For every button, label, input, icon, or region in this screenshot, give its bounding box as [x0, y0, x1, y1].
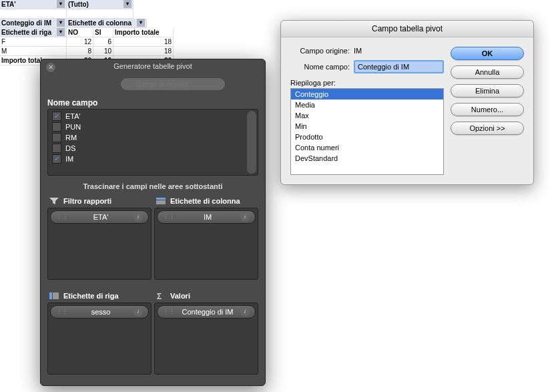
name-label: Nome campo: — [290, 63, 354, 71]
drag-handle-icon[interactable]: ⋮⋮ — [56, 309, 68, 315]
summarize-option[interactable]: Conteggio — [291, 89, 443, 100]
checkbox[interactable]: ✓ — [52, 112, 61, 121]
search-input[interactable] — [121, 78, 225, 90]
data-cell[interactable]: 8 — [67, 47, 93, 56]
source-label: Campo origine: — [290, 47, 354, 55]
info-icon[interactable]: i — [133, 212, 143, 222]
svg-rect-0 — [156, 198, 166, 200]
sigma-icon: Σ — [156, 292, 166, 300]
col-header[interactable]: SI — [93, 28, 113, 37]
dropdown-icon[interactable]: ▾ — [57, 0, 65, 8]
info-icon[interactable]: i — [240, 212, 250, 222]
checkbox[interactable] — [52, 122, 61, 132]
field-item[interactable]: ✓IM — [49, 154, 256, 164]
summarize-label: Riepiloga per: — [290, 79, 340, 87]
filter-drop-zone[interactable]: ⋮⋮ETA'i — [47, 208, 152, 280]
values-drop-zone[interactable]: ⋮⋮Conteggio di IMi — [154, 303, 258, 375]
checkbox[interactable]: ✓ — [52, 154, 61, 164]
close-icon[interactable]: ✕ — [46, 63, 55, 72]
options-button[interactable]: Opzioni >> — [451, 122, 524, 135]
search-container — [121, 78, 225, 90]
summarize-option[interactable]: Max — [291, 110, 443, 121]
field-pill[interactable]: ⋮⋮ETA'i — [50, 210, 149, 224]
number-button[interactable]: Numero... — [451, 103, 524, 116]
columns-icon — [156, 197, 166, 205]
summarize-option[interactable]: Conta numeri — [291, 142, 443, 153]
data-cell[interactable]: 18 — [113, 47, 174, 56]
field-item[interactable]: ✓ETA' — [49, 111, 256, 122]
field-item[interactable]: DS — [49, 143, 256, 154]
scrollbar[interactable] — [247, 111, 256, 174]
summarize-option[interactable]: Media — [291, 100, 443, 110]
data-cell[interactable]: 10 — [93, 47, 113, 56]
pivot-field-dialog: Campo tabella pivot Campo origine: IM No… — [280, 20, 534, 185]
svg-rect-2 — [49, 292, 52, 299]
info-icon[interactable]: i — [133, 307, 143, 317]
checkbox[interactable] — [52, 144, 61, 153]
row-label[interactable]: F — [0, 37, 67, 47]
field-pill[interactable]: ⋮⋮Conteggio di IMi — [157, 305, 256, 319]
col-header[interactable]: Importo totale — [113, 28, 174, 37]
drag-handle-icon[interactable]: ⋮⋮ — [56, 214, 68, 220]
row-label[interactable]: M — [0, 47, 67, 56]
info-icon[interactable]: i — [240, 307, 250, 317]
summarize-option[interactable]: DevStandard — [291, 153, 443, 164]
rows-drop-zone[interactable]: ⋮⋮sessoi — [47, 303, 152, 375]
filter-field-cell[interactable]: ETA'▾ — [0, 0, 67, 9]
columns-area: Etichette di colonna ⋮⋮IMi — [154, 194, 258, 286]
filter-value-cell[interactable]: (Tutto)▾ — [67, 0, 133, 9]
field-item[interactable]: PUN — [49, 122, 256, 132]
cancel-button[interactable]: Annulla — [451, 65, 524, 79]
pivot-generator-panel: ✕ Generatore tabelle pivot Nome campo ✓E… — [40, 59, 266, 386]
col-header[interactable]: NO — [67, 28, 93, 37]
field-list[interactable]: ✓ETA' PUN RM DS ✓IM — [47, 109, 258, 176]
summarize-option[interactable]: Prodotto — [291, 132, 443, 142]
svg-rect-3 — [53, 292, 59, 299]
columns-drop-zone[interactable]: ⋮⋮IMi — [154, 208, 258, 280]
dropdown-icon[interactable]: ▾ — [57, 28, 65, 36]
rows-area: Etichette di riga ⋮⋮sessoi — [47, 289, 152, 381]
name-input[interactable] — [354, 60, 444, 73]
row-label-cell[interactable]: Etichette di riga▾ — [0, 28, 67, 37]
drag-handle-icon[interactable]: ⋮⋮ — [163, 309, 175, 315]
col-label-cell[interactable]: Etichette di colonna▾ — [67, 19, 147, 28]
field-item[interactable]: RM — [49, 132, 256, 143]
panel-title: ✕ Generatore tabelle pivot — [41, 59, 265, 74]
source-value: IM — [354, 47, 362, 55]
dropdown-icon[interactable]: ▾ — [137, 19, 145, 27]
checkbox[interactable] — [52, 133, 61, 142]
values-area: ΣValori ⋮⋮Conteggio di IMi — [154, 289, 258, 381]
filter-area: Filtro rapporti ⋮⋮ETA'i — [47, 194, 152, 286]
ok-button[interactable]: OK — [451, 47, 524, 60]
fields-heading: Nome campo — [41, 95, 265, 109]
summarize-option[interactable]: Min — [291, 121, 443, 132]
drag-handle-icon[interactable]: ⋮⋮ — [163, 214, 175, 220]
svg-rect-1 — [156, 200, 166, 204]
delete-button[interactable]: Elimina — [451, 84, 524, 97]
data-cell[interactable]: 6 — [93, 37, 113, 47]
dropdown-icon[interactable]: ▾ — [57, 19, 65, 27]
data-cell[interactable]: 12 — [67, 37, 93, 47]
dropdown-icon[interactable]: ▾ — [123, 0, 131, 8]
measure-cell[interactable]: Conteggio di IM▾ — [0, 19, 67, 28]
rows-icon — [49, 292, 59, 300]
svg-text:Σ: Σ — [157, 292, 162, 300]
filter-icon — [49, 197, 59, 205]
data-cell[interactable]: 18 — [113, 37, 174, 47]
field-pill[interactable]: ⋮⋮IMi — [157, 210, 256, 224]
field-pill[interactable]: ⋮⋮sessoi — [50, 305, 149, 319]
drag-hint: Trascinare i campi nelle aree sottostant… — [41, 176, 265, 194]
dialog-title: Campo tabella pivot — [281, 21, 533, 37]
summarize-list[interactable]: Conteggio Media Max Min Prodotto Conta n… — [290, 88, 444, 175]
